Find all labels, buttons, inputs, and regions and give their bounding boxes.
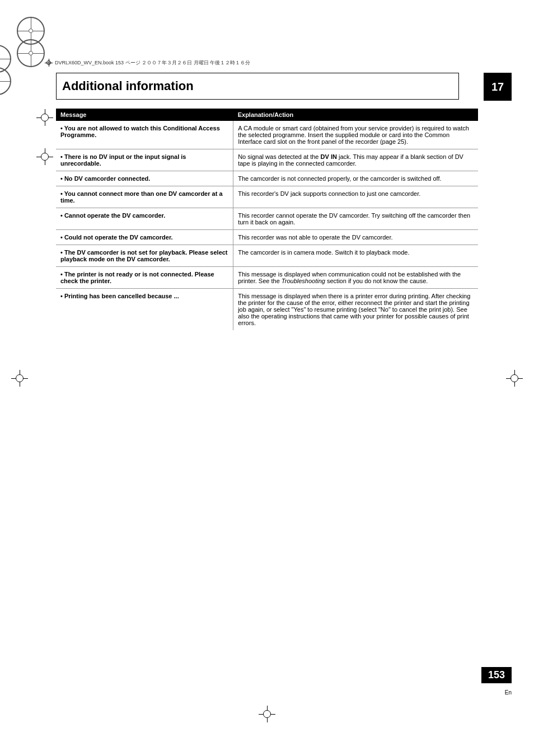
page-lang: En	[478, 689, 512, 696]
table-row: • You cannot connect more than one DV ca…	[56, 186, 478, 208]
chapter-number: 17	[491, 81, 504, 93]
table-cell-message: • There is no DV input or the input sign…	[56, 149, 233, 171]
table-cell-explanation: The camcorder is in camera mode. Switch …	[233, 245, 478, 267]
table-row: • The DV camcorder is not set for playba…	[56, 245, 478, 267]
table-cell-explanation: The camcorder is not connected properly,…	[233, 171, 478, 186]
crosshair-bottom-center	[259, 706, 275, 722]
header-bar: DVRLX60D_WV_EN.book 153 ページ ２００７年３月２６日 月…	[45, 59, 489, 67]
crosshair-top-left	[36, 148, 53, 165]
table-cell-explanation: This recorder cannot operate the DV camc…	[233, 208, 478, 230]
reg-mark-bottom-left	[17, 39, 45, 67]
page-title: Additional information	[56, 73, 459, 100]
crosshair-side-right	[506, 370, 523, 387]
table-row: • The printer is not ready or is not con…	[56, 267, 478, 289]
table-cell-explanation: This recorder's DV jack supports connect…	[233, 186, 478, 208]
table-row: • There is no DV input or the input sign…	[56, 149, 478, 171]
main-content: 17 Additional information Message Explan…	[56, 73, 478, 683]
col-header-message: Message	[56, 109, 233, 121]
table-cell-message: • Printing has been cancelled because ..…	[56, 289, 233, 331]
table-row: • Cannot operate the DV camcorder.This r…	[56, 208, 478, 230]
crosshair-bottom-left	[36, 109, 53, 126]
table-cell-message: • You are not allowed to watch this Cond…	[56, 121, 233, 149]
table-cell-explanation: This message is displayed when communica…	[233, 267, 478, 289]
table-cell-message: • Could not operate the DV camcorder.	[56, 230, 233, 245]
col-header-explanation: Explanation/Action	[233, 109, 478, 121]
reg-mark-bottom-right	[0, 67, 11, 95]
table-cell-message: • You cannot connect more than one DV ca…	[56, 186, 233, 208]
table-cell-explanation: This recorder was not able to operate th…	[233, 230, 478, 245]
crosshair-header-icon	[45, 59, 53, 67]
table-cell-explanation: This message is displayed when there is …	[233, 289, 478, 331]
table-row: • You are not allowed to watch this Cond…	[56, 121, 478, 149]
chapter-tab: 17	[484, 73, 512, 101]
table-row: • No DV camcorder connected.The camcorde…	[56, 171, 478, 186]
page-number: 153	[481, 667, 512, 683]
table-cell-message: • Cannot operate the DV camcorder.	[56, 208, 233, 230]
info-table: Message Explanation/Action • You are not…	[56, 109, 478, 330]
table-cell-message: • No DV camcorder connected.	[56, 171, 233, 186]
table-cell-explanation: A CA module or smart card (obtained from…	[233, 121, 478, 149]
table-cell-message: • The DV camcorder is not set for playba…	[56, 245, 233, 267]
table-cell-message: • The printer is not ready or is not con…	[56, 267, 233, 289]
table-cell-explanation: No signal was detected at the DV IN jack…	[233, 149, 478, 171]
header-text: DVRLX60D_WV_EN.book 153 ページ ２００７年３月２６日 月…	[55, 59, 250, 67]
crosshair-side-left	[11, 370, 28, 387]
table-row: • Could not operate the DV camcorder.Thi…	[56, 230, 478, 245]
table-row: • Printing has been cancelled because ..…	[56, 289, 478, 331]
